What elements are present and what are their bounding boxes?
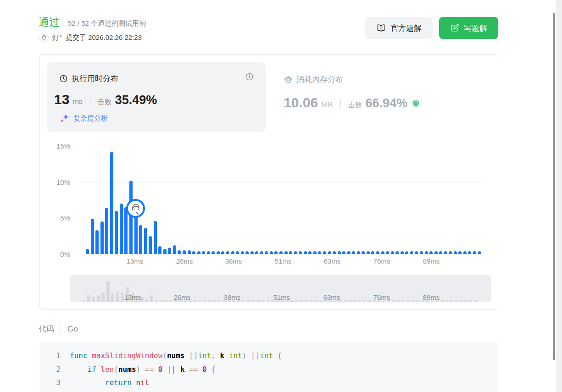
minimap-bar <box>363 300 366 302</box>
official-solution-button[interactable]: 官方题解 <box>365 17 433 39</box>
runtime-bar[interactable] <box>120 204 123 254</box>
runtime-bar[interactable] <box>207 251 210 254</box>
runtime-bar[interactable] <box>410 251 413 254</box>
runtime-bar[interactable] <box>154 221 157 254</box>
runtime-bar[interactable] <box>304 251 307 254</box>
runtime-bar[interactable] <box>395 251 399 254</box>
runtime-bar[interactable] <box>95 230 99 254</box>
runtime-bar[interactable] <box>357 251 360 254</box>
runtime-bar[interactable] <box>434 251 438 254</box>
runtime-bar[interactable] <box>367 251 370 254</box>
runtime-bar[interactable] <box>308 251 312 254</box>
runtime-bar[interactable] <box>270 251 273 254</box>
runtime-bar[interactable] <box>444 251 447 254</box>
code-token: nil <box>136 378 150 387</box>
write-solution-button[interactable]: 写题解 <box>439 17 498 39</box>
runtime-bar[interactable] <box>217 251 220 254</box>
runtime-bar[interactable] <box>478 251 481 254</box>
minimap-bar <box>474 300 478 302</box>
runtime-bar[interactable] <box>188 250 191 254</box>
minimap-tick-label: 13ms <box>124 293 141 301</box>
runtime-bar[interactable] <box>439 251 442 254</box>
runtime-bar[interactable] <box>401 251 404 254</box>
minimap-bar <box>450 300 453 302</box>
runtime-bar[interactable] <box>183 250 186 254</box>
runtime-bar[interactable] <box>468 251 471 254</box>
runtime-bar[interactable] <box>425 251 428 254</box>
runtime-bar[interactable] <box>144 228 147 254</box>
runtime-bar[interactable] <box>173 245 176 254</box>
runtime-bar[interactable] <box>342 251 345 254</box>
runtime-panel[interactable]: 执行用时分布 13 ms 击败 35.49% <box>47 62 266 132</box>
runtime-bar[interactable] <box>473 251 476 254</box>
runtime-bar[interactable] <box>211 251 215 254</box>
runtime-bar[interactable] <box>463 251 467 254</box>
runtime-bar[interactable] <box>289 251 292 254</box>
runtime-bar[interactable] <box>158 246 161 254</box>
runtime-bar[interactable] <box>149 236 152 254</box>
runtime-bar[interactable] <box>274 251 278 254</box>
runtime-bar[interactable] <box>458 251 462 254</box>
runtime-bar[interactable] <box>192 251 195 254</box>
runtime-bar[interactable] <box>202 251 205 254</box>
runtime-bar[interactable] <box>231 251 234 254</box>
runtime-bar[interactable] <box>110 152 113 254</box>
scrollbar-thumb[interactable] <box>553 13 555 360</box>
runtime-bar[interactable] <box>429 251 433 254</box>
runtime-bar[interactable] <box>124 207 128 254</box>
runtime-distribution-chart[interactable]: 13ms26ms38ms51ms63ms76ms89ms <box>80 143 483 254</box>
runtime-bar[interactable] <box>323 251 326 254</box>
runtime-bar[interactable] <box>197 251 200 254</box>
user-runtime-marker[interactable] <box>126 199 145 218</box>
runtime-bar[interactable] <box>318 251 321 254</box>
runtime-bar[interactable] <box>362 251 365 254</box>
runtime-bar[interactable] <box>454 251 457 254</box>
runtime-bar[interactable] <box>381 251 384 254</box>
runtime-bar[interactable] <box>405 251 408 254</box>
runtime-bar[interactable] <box>449 251 452 254</box>
memory-panel[interactable]: 消耗内存分布 10.06 MB 击败 66.94% <box>284 74 421 110</box>
minimap-bar <box>213 300 216 302</box>
runtime-bar[interactable] <box>415 251 418 254</box>
runtime-bar[interactable] <box>391 251 394 254</box>
avatar[interactable] <box>39 33 49 42</box>
runtime-bar[interactable] <box>100 221 104 254</box>
runtime-bar[interactable] <box>226 251 229 254</box>
code-block[interactable]: 1func maxSlidingWindow(nums []int, k int… <box>39 342 498 392</box>
runtime-bar[interactable] <box>294 251 297 254</box>
info-icon[interactable] <box>245 72 254 81</box>
runtime-bar[interactable] <box>255 251 258 254</box>
runtime-bar[interactable] <box>139 225 142 254</box>
runtime-bar[interactable] <box>245 251 249 254</box>
runtime-bar[interactable] <box>236 251 239 254</box>
runtime-bar[interactable] <box>221 251 224 254</box>
runtime-bar[interactable] <box>178 250 181 254</box>
runtime-bar[interactable] <box>376 251 379 254</box>
chart-minimap-brush[interactable]: 13ms26ms38ms51ms63ms76ms89ms <box>70 275 491 302</box>
runtime-bar[interactable] <box>265 251 268 254</box>
minimap-bar <box>251 300 255 302</box>
runtime-bar[interactable] <box>250 251 254 254</box>
runtime-bar[interactable] <box>420 251 423 254</box>
submit-info-row: 灯° 提交于 2026.02.26 22:23 <box>39 33 142 42</box>
runtime-bar[interactable] <box>91 219 94 254</box>
runtime-bar[interactable] <box>333 251 336 254</box>
runtime-bar[interactable] <box>168 248 171 254</box>
runtime-bar[interactable] <box>105 208 108 254</box>
runtime-bar[interactable] <box>299 251 302 254</box>
runtime-bar[interactable] <box>163 249 167 254</box>
runtime-bar[interactable] <box>386 251 389 254</box>
runtime-bar[interactable] <box>279 251 283 254</box>
runtime-bar[interactable] <box>371 251 374 254</box>
runtime-bar[interactable] <box>115 211 118 254</box>
runtime-bar[interactable] <box>313 251 317 254</box>
runtime-bar[interactable] <box>260 251 263 254</box>
runtime-bar[interactable] <box>284 251 288 254</box>
username[interactable]: 灯° <box>52 33 62 42</box>
runtime-bar[interactable] <box>241 251 244 254</box>
runtime-bar[interactable] <box>86 249 89 254</box>
runtime-bar[interactable] <box>352 251 355 254</box>
runtime-bar[interactable] <box>328 251 331 254</box>
runtime-bar[interactable] <box>338 251 341 254</box>
runtime-bar[interactable] <box>347 251 351 254</box>
